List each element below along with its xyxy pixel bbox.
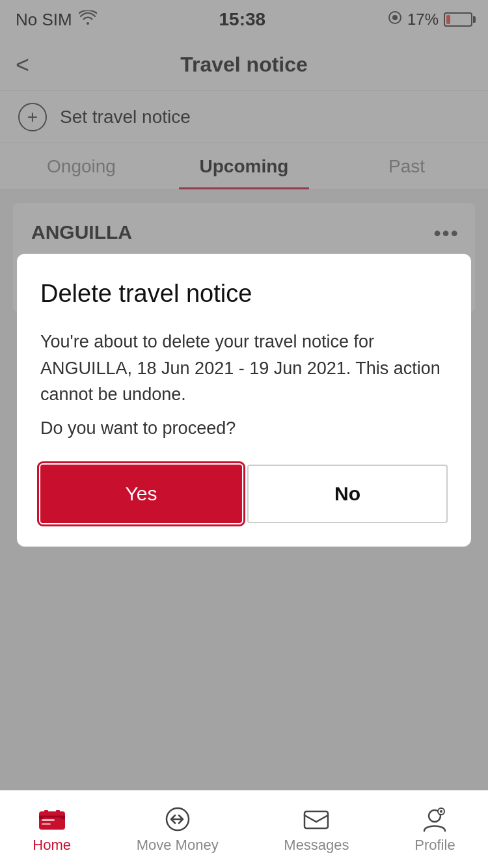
bottom-nav: Home Move Money Messages	[0, 790, 488, 868]
home-icon	[35, 806, 69, 833]
nav-label-profile: Profile	[414, 837, 455, 854]
nav-item-messages[interactable]: Messages	[284, 806, 349, 854]
nav-label-move-money: Move Money	[137, 837, 219, 854]
svg-rect-11	[305, 811, 328, 828]
nav-label-home: Home	[33, 837, 71, 854]
nav-item-home[interactable]: Home	[33, 806, 71, 854]
delete-modal: Delete travel notice You're about to del…	[17, 254, 471, 547]
svg-rect-9	[42, 823, 51, 825]
yes-button[interactable]: Yes	[40, 465, 242, 523]
modal-question: Do you want to proceed?	[40, 418, 448, 439]
modal-buttons: Yes No	[40, 465, 448, 523]
nav-label-messages: Messages	[284, 837, 349, 854]
messages-icon	[299, 806, 333, 833]
modal-body: You're about to delete your travel notic…	[40, 329, 448, 408]
no-button[interactable]: No	[247, 465, 448, 523]
svg-point-15	[440, 810, 442, 813]
nav-item-profile[interactable]: Profile	[414, 806, 455, 854]
move-money-icon	[161, 806, 195, 833]
svg-rect-8	[42, 819, 55, 821]
nav-item-move-money[interactable]: Move Money	[137, 806, 219, 854]
modal-title: Delete travel notice	[40, 280, 448, 308]
profile-icon	[418, 806, 452, 833]
